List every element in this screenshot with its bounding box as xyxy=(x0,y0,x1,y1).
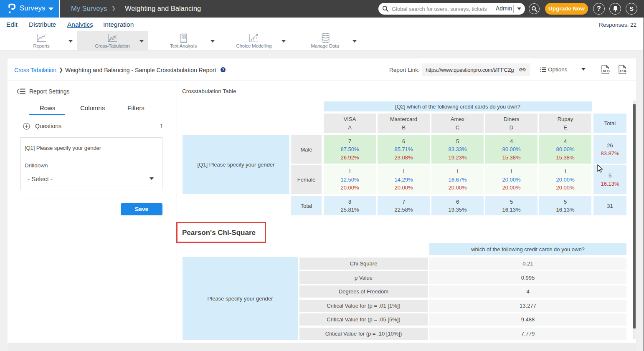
svg-text:XLS: XLS xyxy=(603,68,610,73)
svg-text:PDF: PDF xyxy=(620,68,627,73)
